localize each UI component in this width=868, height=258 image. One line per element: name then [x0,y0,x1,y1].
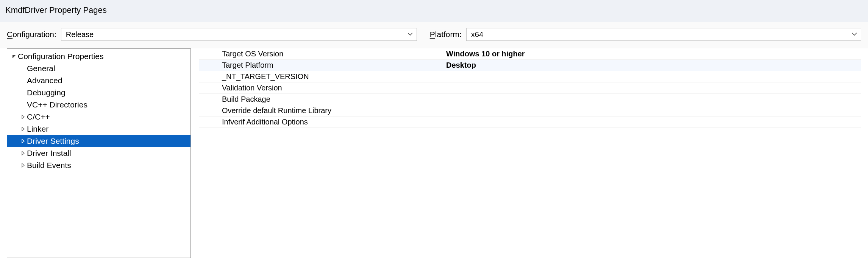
tree-item-label: Debugging [27,88,66,97]
chevron-down-icon [407,33,413,36]
tree-item-label: Driver Install [27,149,71,158]
tree-item-label: VC++ Directories [27,100,87,109]
tree-item[interactable]: VC++ Directories [7,99,190,111]
tree-item-label: Advanced [27,76,62,85]
property-name: Validation Version [199,84,445,92]
property-row[interactable]: Validation Version [199,82,861,94]
body: Configuration PropertiesGeneralAdvancedD… [0,48,868,258]
property-pages-window: KmdfDriver Property Pages Configuration:… [0,0,868,258]
configuration-dropdown[interactable]: Release [61,28,417,41]
property-name: Build Package [199,95,445,104]
tree-item[interactable]: General [7,62,190,75]
property-name: Infverif Additional Options [199,118,445,126]
property-name: Target Platform [199,61,445,70]
tree-item[interactable]: Advanced [7,75,190,87]
platform-dropdown[interactable]: x64 [466,28,861,41]
tree-item[interactable]: Linker [7,123,190,135]
chevron-down-icon [852,33,857,36]
configuration-label: Configuration: [7,30,56,39]
tree-item[interactable]: Debugging [7,87,190,99]
tree-item[interactable]: Driver Install [7,147,190,159]
tree-item[interactable]: Build Events [7,159,190,171]
tree-item[interactable]: C/C++ [7,111,190,123]
triangle-collapsed-icon [20,127,26,131]
configuration-bar: Configuration: Release Platform: x64 [0,22,868,48]
property-row[interactable]: Override default Runtime Library [199,105,861,117]
tree-item-label: Driver Settings [27,137,79,146]
tree-item-label: C/C++ [27,112,50,121]
tree-item-label: Build Events [27,161,71,170]
property-row[interactable]: _NT_TARGET_VERSION [199,71,861,82]
window-title: KmdfDriver Property Pages [0,0,868,22]
tree-root-label: Configuration Properties [18,52,103,61]
triangle-collapsed-icon [20,139,26,143]
configuration-dropdown-value: Release [66,30,94,39]
property-grid[interactable]: Target OS VersionWindows 10 or higherTar… [199,48,861,258]
property-name: Override default Runtime Library [199,106,445,115]
platform-dropdown-value: x64 [471,30,483,39]
property-row[interactable]: Build Package [199,94,861,105]
property-value[interactable]: Desktop [445,61,861,70]
triangle-expanded-icon [11,54,17,59]
tree-item-label: Linker [27,124,48,134]
platform-label: Platform: [430,30,462,39]
property-row[interactable]: Target OS VersionWindows 10 or higher [199,48,861,60]
nav-tree[interactable]: Configuration PropertiesGeneralAdvancedD… [7,48,191,258]
property-row[interactable]: Infverif Additional Options [199,117,861,128]
property-value[interactable]: Windows 10 or higher [445,50,861,58]
triangle-collapsed-icon [20,115,26,119]
triangle-collapsed-icon [20,151,26,155]
tree-item-label: General [27,64,55,73]
property-row[interactable]: Target PlatformDesktop [199,60,861,71]
tree-root[interactable]: Configuration Properties [7,50,190,62]
window-title-text: KmdfDriver Property Pages [5,5,107,15]
tree-item[interactable]: Driver Settings [7,135,190,147]
triangle-collapsed-icon [20,163,26,168]
property-name: Target OS Version [199,50,445,58]
property-name: _NT_TARGET_VERSION [199,72,445,81]
